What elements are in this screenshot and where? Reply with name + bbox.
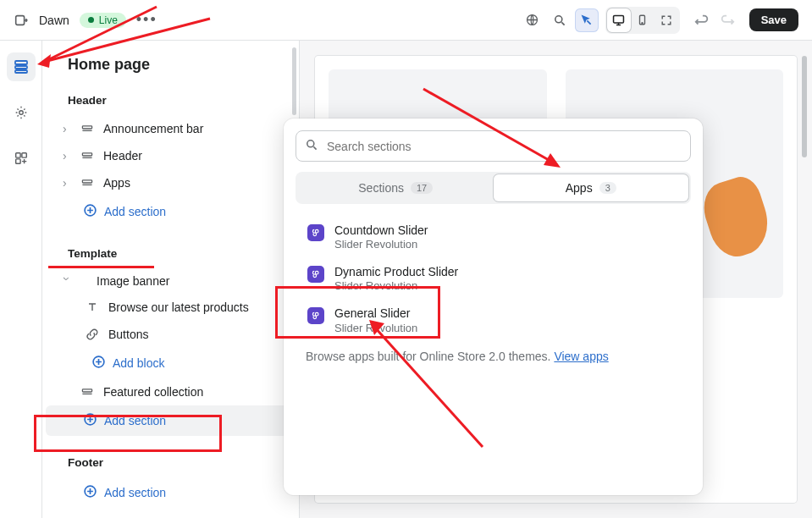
save-button[interactable]: Save [749,8,798,31]
sidebar: Home page Header › Announcement bar › He… [42,41,300,518]
add-section-footer[interactable]: Add section [46,477,296,508]
inspector-icon[interactable] [575,8,599,32]
chevron-right-icon: › [63,122,71,135]
left-rail [0,41,42,518]
app-title: General Slider [334,306,417,321]
kebab-menu-icon[interactable]: ••• [136,11,157,29]
rail-settings-icon[interactable] [7,98,36,127]
tab-sections[interactable]: Sections 17 [298,174,494,201]
svg-rect-0 [16,15,25,25]
svg-rect-3 [614,15,624,23]
fullscreen-icon[interactable] [655,8,678,32]
top-bar-right: Save [521,7,798,34]
mobile-icon[interactable] [631,8,655,32]
tree-item-buttons[interactable]: Buttons [46,321,296,348]
svg-point-5 [642,23,643,24]
section-icon [80,121,95,136]
tab-apps[interactable]: Apps 3 [494,174,689,201]
section-icon [80,148,95,163]
svg-rect-13 [82,126,91,129]
svg-rect-10 [15,153,19,157]
apps-count: 3 [599,182,616,194]
tree-item-header[interactable]: › Header [46,142,296,169]
undo-redo [690,8,739,32]
plus-circle-icon [83,412,97,429]
app-icon [307,307,324,324]
search-sections-field[interactable] [296,130,691,162]
svg-rect-15 [82,180,91,183]
svg-rect-6 [15,61,27,64]
link-icon [85,327,100,342]
rail-apps-icon[interactable] [7,144,36,173]
svg-point-2 [555,15,561,22]
sidebar-scrollbar[interactable] [292,47,296,115]
globe-icon[interactable] [521,8,544,32]
section-icon [80,175,95,190]
chevron-down-icon: › [60,277,74,285]
add-block[interactable]: Add block [46,348,296,378]
add-section-header[interactable]: Add section [46,196,296,227]
apps-list: Countdown Slider Slider Revolution Dynam… [296,212,691,344]
live-badge: Live [80,13,126,28]
top-bar: Dawn Live ••• Save [0,0,812,41]
text-icon [85,300,100,315]
group-header-template: Template [42,239,299,268]
top-bar-left: Dawn Live ••• [14,11,157,29]
app-icon [307,266,324,283]
tree-item-announcement-bar[interactable]: › Announcement bar [46,115,296,142]
add-section-popover: Sections 17 Apps 3 Countdown Slider Slid… [284,118,703,495]
app-icon [307,224,324,241]
page-title: Home page [42,56,299,85]
add-section-template[interactable]: Add section [46,405,296,436]
plus-circle-icon [83,484,97,501]
group-header-footer: Footer [42,448,299,477]
chevron-right-icon: › [63,149,71,163]
app-title: Countdown Slider [334,223,428,238]
svg-rect-18 [82,389,91,392]
tree-item-image-banner[interactable]: › · Image banner [46,268,296,294]
svg-rect-12 [15,159,19,163]
app-subtitle: Slider Revolution [334,238,428,251]
app-item-dynamic-product-slider[interactable]: Dynamic Product Slider Slider Revolution [304,259,689,300]
svg-rect-7 [15,66,27,69]
tree-item-browse-products[interactable]: Browse our latest products [46,294,296,321]
svg-point-21 [307,141,314,147]
canvas-scrollbar[interactable] [802,56,807,157]
plus-circle-icon [91,355,106,372]
sections-count: 17 [411,182,433,194]
app-title: Dynamic Product Slider [334,264,458,279]
chevron-right-icon: › [63,176,71,190]
app-subtitle: Slider Revolution [334,322,417,334]
exit-editor-icon[interactable] [14,13,29,28]
search-icon [305,138,318,154]
svg-rect-11 [21,153,25,157]
svg-point-9 [19,111,23,115]
product-image-placeholder [697,172,776,262]
undo-icon[interactable] [690,8,714,32]
tree-item-apps[interactable]: › Apps [46,169,296,196]
view-apps-link[interactable]: View apps [554,350,608,363]
rail-sections-icon[interactable] [7,52,36,81]
svg-rect-14 [82,153,91,156]
group-header-header: Header [42,85,299,115]
redo-icon [715,8,739,32]
search-input[interactable] [327,140,682,153]
svg-rect-8 [15,70,27,73]
section-icon [80,384,95,400]
search-icon[interactable] [548,8,572,32]
popover-tabs: Sections 17 Apps 3 [296,172,691,204]
tree-item-featured-collection[interactable]: · Featured collection [46,378,296,405]
annotation-underline [48,266,154,268]
plus-circle-icon [83,203,97,220]
app-item-general-slider[interactable]: General Slider Slider Revolution [304,300,689,342]
app-subtitle: Slider Revolution [334,279,458,292]
desktop-icon[interactable] [607,8,631,32]
theme-name: Dawn [39,14,69,27]
device-switcher [605,7,680,34]
browse-apps-text: Browse apps built for Online Store 2.0 t… [296,344,691,368]
app-item-countdown-slider[interactable]: Countdown Slider Slider Revolution [304,218,689,259]
